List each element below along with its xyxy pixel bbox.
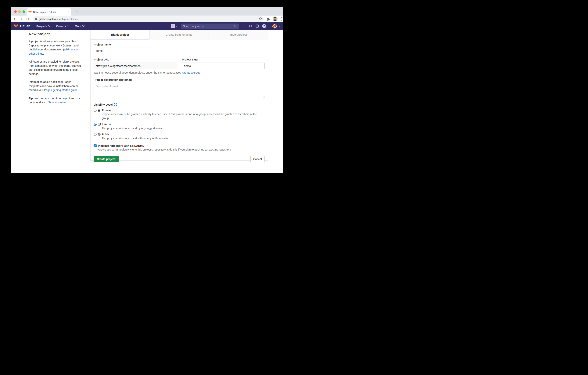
page-title: New project (29, 32, 84, 36)
internal-radio[interactable] (94, 123, 97, 126)
private-description: Project access must be granted explicitl… (102, 112, 265, 120)
window-controls (14, 11, 25, 13)
nav-menu-groups[interactable]: Groups (56, 25, 69, 28)
project-name-input[interactable] (94, 48, 155, 54)
back-icon[interactable] (13, 17, 17, 21)
internal-label[interactable]: Internal (102, 123, 111, 126)
minimize-window-button[interactable] (18, 11, 21, 13)
browser-toolbar: gitlab.widgetcorp.tech/projects/new (11, 16, 283, 22)
global-search[interactable] (181, 23, 239, 29)
sidebar-tip: Tip: You can also create a project from … (29, 96, 84, 104)
readme-label[interactable]: Initialize repository with a README (98, 144, 144, 147)
project-description-textarea[interactable] (94, 83, 265, 98)
project-url-label: Project URL (94, 58, 177, 61)
tab-close-icon[interactable]: × (67, 11, 70, 13)
todos-icon[interactable] (256, 24, 259, 28)
namespace-hint: Want to house several dependent projects… (94, 71, 265, 74)
browser-profile-avatar[interactable] (273, 16, 278, 22)
forward-icon[interactable] (19, 17, 24, 21)
help-menu[interactable]: ? (262, 24, 269, 28)
project-slug-input[interactable] (182, 63, 265, 69)
visibility-level-label: Visibility Level (94, 103, 113, 106)
project-slug-label: Project slug (182, 58, 265, 61)
cancel-button[interactable]: Cancel (251, 156, 265, 162)
tab-title: New Project · GitLab (33, 11, 66, 13)
page-content: New project A project is where you house… (11, 30, 283, 173)
reload-icon[interactable] (26, 17, 30, 21)
user-avatar (273, 24, 277, 28)
public-label[interactable]: Public (102, 133, 110, 136)
merge-requests-icon[interactable] (249, 24, 252, 28)
issues-icon[interactable] (242, 24, 245, 28)
search-icon (234, 25, 237, 27)
blank-project-form: Project name Project URL Project slug Wa… (91, 39, 268, 162)
sidebar-help-panel: New project A project is where you house… (29, 32, 84, 109)
lock-icon (98, 109, 101, 112)
new-item-menu[interactable]: + (171, 24, 178, 28)
show-command-link[interactable]: Show command (47, 101, 67, 104)
close-window-button[interactable] (14, 11, 17, 13)
sidebar-paragraph: A project is where you house your files … (29, 39, 84, 56)
internal-description: The project can be accessed by any logge… (102, 126, 265, 130)
gitlab-brand-text: GitLab (20, 24, 30, 28)
readme-checkbox[interactable] (94, 144, 97, 147)
check-icon (94, 145, 96, 147)
new-project-panel: Blank project Create from template Impor… (90, 30, 268, 161)
nav-menu-more[interactable]: More (75, 25, 85, 28)
chevron-down-icon (48, 25, 50, 27)
globe-icon (98, 133, 101, 136)
chevron-down-icon (82, 25, 84, 27)
url-bar[interactable]: gitlab.widgetcorp.tech/projects/new (33, 16, 264, 22)
readme-description: Allows you to immediately clone this pro… (98, 148, 265, 151)
project-url-input[interactable] (94, 63, 177, 69)
visibility-option-internal: Internal The project can be accessed by … (94, 123, 265, 130)
bookmark-star-icon[interactable] (259, 17, 262, 21)
chevron-down-icon (278, 26, 280, 27)
pages-guide-link[interactable]: Pages getting started guide (44, 88, 78, 92)
gitlab-logo[interactable]: GitLab (14, 24, 30, 28)
tab-blank-project[interactable]: Blank project (91, 30, 150, 39)
chevron-down-icon (176, 26, 178, 27)
project-description-label: Project description (optional) (94, 78, 265, 81)
lock-icon (35, 18, 37, 20)
nav-menu-projects[interactable]: Projects (36, 25, 50, 28)
browser-window: New Project · GitLab × + gitlab.widgetco… (11, 7, 283, 173)
url-host: gitlab.widgetcorp.tech (39, 18, 63, 21)
chevron-down-icon (267, 26, 269, 27)
extensions-icon[interactable] (266, 17, 270, 21)
gitlab-favicon (28, 11, 32, 13)
help-icon: ? (262, 24, 266, 28)
browser-menu-icon[interactable] (280, 17, 283, 21)
new-tab-button[interactable]: + (74, 9, 80, 14)
shield-icon (98, 123, 101, 126)
public-radio[interactable] (94, 133, 97, 136)
plus-icon: + (171, 24, 175, 28)
sidebar-paragraph: Information about additional Pages templ… (29, 80, 84, 92)
private-label[interactable]: Private (102, 109, 111, 112)
public-description: The project can be accessed without any … (102, 136, 265, 140)
create-group-link[interactable]: Create a group. (182, 71, 201, 74)
project-type-tabs: Blank project Create from template Impor… (91, 30, 268, 39)
chevron-down-icon (67, 25, 69, 27)
create-project-button[interactable]: Create project (94, 156, 119, 162)
browser-tab-strip: New Project · GitLab × + (11, 7, 283, 16)
browser-tab[interactable]: New Project · GitLab × (27, 8, 71, 16)
sidebar-paragraph: All features are enabled for blank proje… (29, 60, 84, 76)
visibility-help-icon[interactable]: ? (114, 103, 117, 106)
gitlab-navbar: GitLab Projects Groups More + (11, 22, 283, 30)
maximize-window-button[interactable] (22, 11, 25, 13)
search-input[interactable] (183, 25, 234, 28)
gitlab-tanuki-icon (14, 24, 18, 28)
tab-create-from-template[interactable]: Create from template (150, 30, 209, 39)
private-radio[interactable] (94, 109, 97, 112)
user-menu[interactable] (273, 24, 280, 28)
toolbar-right (266, 16, 283, 22)
visibility-option-public: Public The project can be accessed witho… (94, 133, 265, 140)
visibility-option-private: Private Project access must be granted e… (94, 109, 265, 120)
url-path: /projects/new (63, 18, 79, 21)
project-name-label: Project name (94, 43, 265, 46)
tab-import-project[interactable]: Import project (209, 30, 268, 39)
